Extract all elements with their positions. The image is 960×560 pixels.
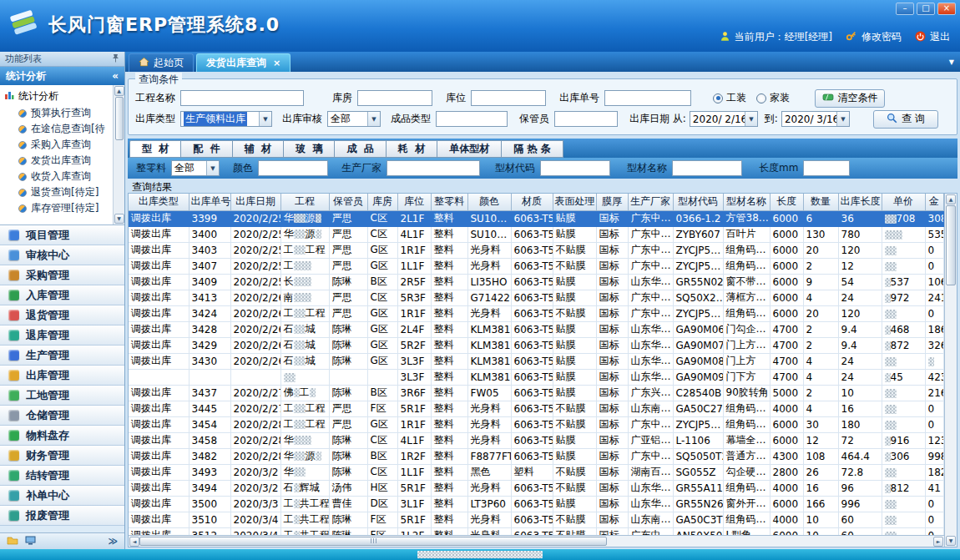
cell[interactable]: 537 [882, 274, 925, 290]
cell[interactable]: 整料 [431, 258, 467, 274]
cell[interactable]: 广东中… [628, 290, 673, 305]
cell[interactable] [882, 496, 925, 512]
cell[interactable]: 6063-T5 [511, 305, 553, 321]
cell[interactable]: 调拨出库 [129, 305, 189, 321]
cell[interactable]: 国标 [596, 226, 628, 242]
collapse-icon[interactable]: « [112, 70, 119, 82]
cell[interactable]: 3409 [189, 274, 230, 290]
cell[interactable]: 4700 [770, 353, 803, 369]
cell[interactable]: 3500 [189, 496, 230, 512]
cell[interactable]: 464.4 [838, 448, 882, 464]
cell[interactable]: 门上方… [723, 337, 770, 353]
cell[interactable]: 严思 [329, 416, 367, 432]
cell[interactable]: 2020/3/2 [230, 480, 280, 496]
cell[interactable]: 5000 [770, 385, 803, 401]
cell[interactable]: 6063-T5 [511, 210, 553, 226]
cell[interactable]: 708 [882, 210, 925, 226]
cell[interactable]: 2020/2/27 [230, 385, 280, 401]
radio-gongzhuang[interactable]: 工装 [713, 91, 746, 105]
cell[interactable]: 120 [838, 305, 882, 321]
outbound-type-select[interactable]: 生产领料出库▼ [180, 111, 272, 127]
table-row[interactable]: 调拨出库34932020/3/2华陈琳C区1L1F整料黑色塑料不贴膜国标湖南百…… [129, 464, 943, 480]
cell[interactable]: 45 [882, 369, 925, 385]
cell[interactable]: 整料 [431, 337, 467, 353]
cell[interactable]: 241 [925, 290, 943, 305]
maximize-button[interactable]: □ [917, 3, 935, 15]
cell[interactable]: 工共工程 [280, 527, 329, 535]
cell[interactable]: GR55N02 [673, 274, 723, 290]
cell[interactable]: 整料 [431, 464, 467, 480]
cell[interactable]: 广东中… [628, 210, 673, 226]
cell[interactable]: 组角码… [723, 401, 770, 416]
cell[interactable]: F区 [367, 512, 397, 527]
cell[interactable] [882, 258, 925, 274]
cell[interactable]: 4000 [770, 401, 803, 416]
cell[interactable]: 3428 [189, 321, 230, 337]
cell[interactable]: 6063-T5 [511, 448, 553, 464]
cell[interactable]: 6063-T5 [511, 274, 553, 290]
cell[interactable]: 广东中… [628, 448, 673, 464]
cell[interactable]: 贴膜 [553, 226, 596, 242]
tree-item[interactable]: 采购入库查询 [4, 137, 113, 153]
cell[interactable]: 3454 [189, 416, 230, 432]
cell[interactable] [367, 369, 397, 385]
cell[interactable]: 2800 [770, 464, 803, 480]
cell[interactable]: 贴膜 [553, 353, 596, 369]
material-tab[interactable]: 隔 热 条 [502, 140, 563, 158]
cell[interactable]: GA90M07… [673, 337, 723, 353]
cell[interactable]: 24 [838, 290, 882, 305]
material-tab[interactable]: 耗 材 [387, 140, 437, 158]
cell[interactable]: 组角码… [723, 258, 770, 274]
cell[interactable]: 国标 [596, 369, 628, 385]
cell[interactable]: 1R1F [397, 416, 431, 432]
cell[interactable]: 塑料 [511, 464, 553, 480]
cell[interactable]: 2020/2/27 [230, 401, 280, 416]
cell[interactable]: 6000 [770, 226, 803, 242]
cell[interactable]: ZYBY607 [673, 226, 723, 242]
cell[interactable]: 黑色 [467, 464, 511, 480]
table-row[interactable]: 调拨出库33992020/2/25华源严思C区2L1F整料SU10…6063-T… [129, 210, 943, 226]
cell[interactable]: 不贴膜 [553, 401, 596, 416]
cell[interactable]: 贴膜 [553, 432, 596, 448]
column-header[interactable]: 整零料 [431, 194, 467, 210]
cell[interactable]: 组角码… [723, 416, 770, 432]
cell[interactable]: 1R1F [397, 305, 431, 321]
cell[interactable]: 广东中… [628, 416, 673, 432]
cell[interactable]: 不贴膜 [553, 464, 596, 480]
cell[interactable]: 60 [838, 527, 882, 535]
cell[interactable]: 5R1F [397, 480, 431, 496]
cell[interactable]: 陈琳 [329, 274, 367, 290]
close-button[interactable]: × [937, 3, 956, 15]
cell[interactable]: 120 [838, 242, 882, 258]
cell[interactable]: G区 [367, 321, 397, 337]
cell[interactable]: 2 [803, 385, 838, 401]
cell[interactable]: 6000 [770, 305, 803, 321]
cell[interactable]: 组角码… [723, 305, 770, 321]
scroll-left-icon[interactable]: ◄ [129, 537, 139, 547]
cell[interactable]: 整料 [431, 353, 467, 369]
toolbar-overflow-icon[interactable]: ≫ [108, 536, 118, 547]
cell[interactable]: 国标 [596, 448, 628, 464]
tree-item[interactable]: 预算执行查询 [4, 105, 113, 121]
table-row[interactable]: 调拨出库34092020/2/25长陈琳B区2R5F整料LI35HO6063-T… [129, 274, 943, 290]
cell[interactable]: 广东中… [628, 242, 673, 258]
cell[interactable]: 国标 [596, 527, 628, 535]
cell[interactable]: 国标 [596, 305, 628, 321]
cell[interactable]: C区 [367, 464, 397, 480]
cell[interactable]: 严思 [329, 290, 367, 305]
cell[interactable]: 国标 [596, 290, 628, 305]
tab-home[interactable]: 起始页 [129, 53, 194, 72]
cell[interactable]: 严思 [329, 305, 367, 321]
cell[interactable]: 调拨出库 [129, 527, 189, 535]
cell[interactable]: 不贴膜 [553, 242, 596, 258]
cell[interactable]: 4 [803, 290, 838, 305]
cell[interactable]: 整料 [431, 305, 467, 321]
cell[interactable]: 72 [838, 432, 882, 448]
cell[interactable]: 1L1F [397, 258, 431, 274]
cell[interactable]: 光身料 [467, 480, 511, 496]
cell[interactable]: 陈琳 [329, 353, 367, 369]
cell[interactable]: 调拨出库 [129, 385, 189, 401]
cell[interactable]: 9.4 [838, 321, 882, 337]
cell[interactable] [882, 416, 925, 432]
cell[interactable] [329, 369, 367, 385]
